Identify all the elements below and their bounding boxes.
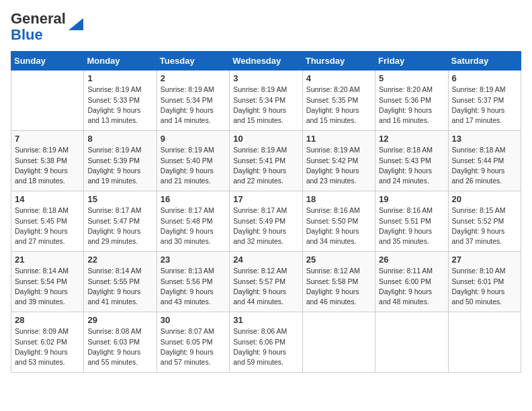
calendar-cell: 9Sunrise: 8:19 AMSunset: 5:40 PMDaylight… (157, 131, 229, 191)
day-number: 15 (87, 194, 152, 204)
day-info: Sunrise: 8:17 AMSunset: 5:49 PMDaylight:… (233, 205, 298, 246)
day-of-week-header: Thursday (302, 52, 375, 71)
day-info: Sunrise: 8:12 AMSunset: 5:58 PMDaylight:… (306, 266, 371, 307)
calendar-cell: 5Sunrise: 8:20 AMSunset: 5:36 PMDaylight… (375, 71, 448, 131)
calendar-cell: 12Sunrise: 8:18 AMSunset: 5:43 PMDayligh… (375, 131, 448, 191)
logo: General Blue (11, 11, 83, 43)
day-number: 5 (379, 73, 444, 83)
logo-general: General (11, 10, 66, 27)
day-info: Sunrise: 8:19 AMSunset: 5:37 PMDaylight:… (452, 85, 517, 126)
svg-marker-0 (69, 18, 83, 30)
calendar-header-row: SundayMondayTuesdayWednesdayThursdayFrid… (11, 52, 521, 71)
day-info: Sunrise: 8:14 AMSunset: 5:55 PMDaylight:… (87, 266, 152, 307)
calendar-cell (11, 71, 84, 131)
day-info: Sunrise: 8:19 AMSunset: 5:42 PMDaylight:… (306, 145, 371, 186)
calendar-week-row: 1Sunrise: 8:19 AMSunset: 5:33 PMDaylight… (11, 71, 521, 131)
day-of-week-header: Friday (375, 52, 448, 71)
calendar-cell: 19Sunrise: 8:16 AMSunset: 5:51 PMDayligh… (375, 191, 448, 252)
calendar-cell: 23Sunrise: 8:13 AMSunset: 5:56 PMDayligh… (157, 252, 229, 312)
day-info: Sunrise: 8:19 AMSunset: 5:34 PMDaylight:… (233, 85, 298, 126)
day-info: Sunrise: 8:17 AMSunset: 5:48 PMDaylight:… (161, 205, 226, 246)
day-of-week-header: Saturday (448, 52, 521, 71)
day-of-week-header: Tuesday (157, 52, 229, 71)
calendar-cell: 30Sunrise: 8:07 AMSunset: 6:05 PMDayligh… (157, 312, 229, 373)
day-info: Sunrise: 8:20 AMSunset: 5:36 PMDaylight:… (379, 85, 444, 126)
day-info: Sunrise: 8:18 AMSunset: 5:43 PMDaylight:… (379, 145, 444, 186)
day-info: Sunrise: 8:06 AMSunset: 6:06 PMDaylight:… (233, 326, 298, 367)
day-number: 31 (233, 315, 298, 325)
day-info: Sunrise: 8:10 AMSunset: 6:01 PMDaylight:… (452, 266, 517, 307)
day-number: 21 (15, 255, 80, 265)
day-of-week-header: Sunday (11, 52, 84, 71)
day-info: Sunrise: 8:19 AMSunset: 5:38 PMDaylight:… (15, 145, 80, 186)
calendar-cell: 14Sunrise: 8:18 AMSunset: 5:45 PMDayligh… (11, 191, 84, 252)
day-info: Sunrise: 8:07 AMSunset: 6:05 PMDaylight:… (161, 326, 226, 367)
day-number: 24 (233, 255, 298, 265)
day-info: Sunrise: 8:11 AMSunset: 6:00 PMDaylight:… (379, 266, 444, 307)
calendar-cell: 27Sunrise: 8:10 AMSunset: 6:01 PMDayligh… (448, 252, 521, 312)
day-info: Sunrise: 8:20 AMSunset: 5:35 PMDaylight:… (306, 85, 371, 126)
day-number: 11 (306, 134, 371, 144)
day-number: 12 (379, 134, 444, 144)
day-info: Sunrise: 8:19 AMSunset: 5:34 PMDaylight:… (161, 85, 226, 126)
day-number: 16 (161, 194, 226, 204)
calendar-cell: 25Sunrise: 8:12 AMSunset: 5:58 PMDayligh… (302, 252, 375, 312)
calendar-cell: 24Sunrise: 8:12 AMSunset: 5:57 PMDayligh… (230, 252, 302, 312)
calendar-week-row: 21Sunrise: 8:14 AMSunset: 5:54 PMDayligh… (11, 252, 521, 312)
calendar-cell: 29Sunrise: 8:08 AMSunset: 6:03 PMDayligh… (84, 312, 157, 373)
day-number: 25 (306, 255, 371, 265)
day-number: 4 (306, 73, 371, 83)
day-number: 18 (306, 194, 371, 204)
day-number: 20 (452, 194, 517, 204)
day-number: 17 (233, 194, 298, 204)
page-header: General Blue (11, 11, 521, 43)
calendar-cell (448, 312, 521, 373)
calendar-cell: 1Sunrise: 8:19 AMSunset: 5:33 PMDaylight… (84, 71, 157, 131)
calendar-cell: 18Sunrise: 8:16 AMSunset: 5:50 PMDayligh… (302, 191, 375, 252)
day-info: Sunrise: 8:13 AMSunset: 5:56 PMDaylight:… (161, 266, 226, 307)
day-number: 13 (452, 134, 517, 144)
day-number: 29 (87, 315, 152, 325)
day-number: 1 (87, 73, 152, 83)
day-info: Sunrise: 8:16 AMSunset: 5:50 PMDaylight:… (306, 205, 371, 246)
day-number: 2 (161, 73, 226, 83)
calendar-cell: 28Sunrise: 8:09 AMSunset: 6:02 PMDayligh… (11, 312, 84, 373)
logo-icon (69, 18, 83, 30)
calendar-cell: 6Sunrise: 8:19 AMSunset: 5:37 PMDaylight… (448, 71, 521, 131)
calendar-cell: 31Sunrise: 8:06 AMSunset: 6:06 PMDayligh… (230, 312, 302, 373)
calendar-cell: 15Sunrise: 8:17 AMSunset: 5:47 PMDayligh… (84, 191, 157, 252)
day-info: Sunrise: 8:19 AMSunset: 5:33 PMDaylight:… (87, 85, 152, 126)
calendar-week-row: 7Sunrise: 8:19 AMSunset: 5:38 PMDaylight… (11, 131, 521, 191)
day-info: Sunrise: 8:08 AMSunset: 6:03 PMDaylight:… (87, 326, 152, 367)
day-number: 9 (161, 134, 226, 144)
calendar-cell: 16Sunrise: 8:17 AMSunset: 5:48 PMDayligh… (157, 191, 229, 252)
day-info: Sunrise: 8:14 AMSunset: 5:54 PMDaylight:… (15, 266, 80, 307)
calendar-cell: 7Sunrise: 8:19 AMSunset: 5:38 PMDaylight… (11, 131, 84, 191)
calendar-week-row: 28Sunrise: 8:09 AMSunset: 6:02 PMDayligh… (11, 312, 521, 373)
calendar-cell (302, 312, 375, 373)
day-number: 6 (452, 73, 517, 83)
logo-text: General Blue (11, 11, 66, 43)
day-of-week-header: Wednesday (230, 52, 302, 71)
calendar-table: SundayMondayTuesdayWednesdayThursdayFrid… (11, 51, 521, 373)
day-info: Sunrise: 8:19 AMSunset: 5:41 PMDaylight:… (233, 145, 298, 186)
calendar-cell: 4Sunrise: 8:20 AMSunset: 5:35 PMDaylight… (302, 71, 375, 131)
calendar-week-row: 14Sunrise: 8:18 AMSunset: 5:45 PMDayligh… (11, 191, 521, 252)
calendar-cell: 17Sunrise: 8:17 AMSunset: 5:49 PMDayligh… (230, 191, 302, 252)
calendar-cell: 10Sunrise: 8:19 AMSunset: 5:41 PMDayligh… (230, 131, 302, 191)
calendar-cell: 11Sunrise: 8:19 AMSunset: 5:42 PMDayligh… (302, 131, 375, 191)
day-number: 28 (15, 315, 80, 325)
logo-blue: Blue (11, 26, 43, 43)
calendar-cell: 22Sunrise: 8:14 AMSunset: 5:55 PMDayligh… (84, 252, 157, 312)
calendar-cell: 2Sunrise: 8:19 AMSunset: 5:34 PMDaylight… (157, 71, 229, 131)
day-number: 23 (161, 255, 226, 265)
day-info: Sunrise: 8:18 AMSunset: 5:44 PMDaylight:… (452, 145, 517, 186)
day-number: 3 (233, 73, 298, 83)
calendar-cell: 13Sunrise: 8:18 AMSunset: 5:44 PMDayligh… (448, 131, 521, 191)
day-info: Sunrise: 8:16 AMSunset: 5:51 PMDaylight:… (379, 205, 444, 246)
day-number: 30 (161, 315, 226, 325)
day-info: Sunrise: 8:19 AMSunset: 5:40 PMDaylight:… (161, 145, 226, 186)
day-info: Sunrise: 8:17 AMSunset: 5:47 PMDaylight:… (87, 205, 152, 246)
day-info: Sunrise: 8:09 AMSunset: 6:02 PMDaylight:… (15, 326, 80, 367)
calendar-cell: 8Sunrise: 8:19 AMSunset: 5:39 PMDaylight… (84, 131, 157, 191)
